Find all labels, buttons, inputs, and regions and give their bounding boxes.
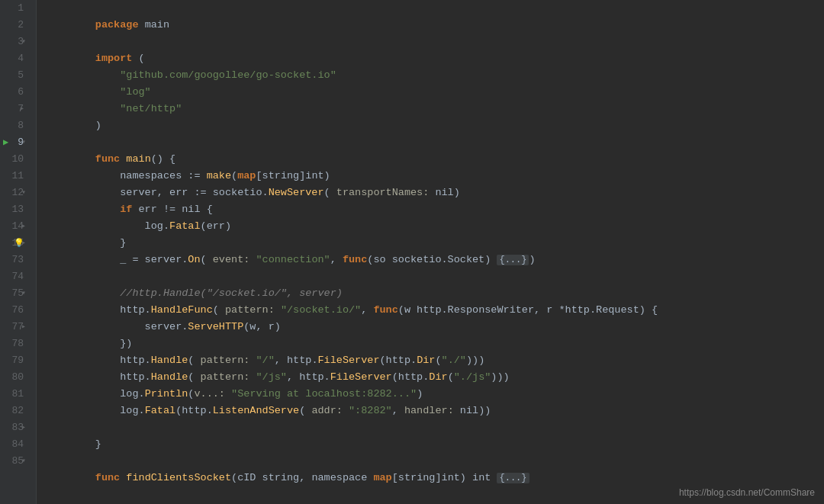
code-line-85: func findClientsSocket(cID string, names… <box>46 453 824 470</box>
line-num-85: ▾ 85 <box>0 453 30 470</box>
line-num-7: ▸ 7 <box>0 101 30 117</box>
line-num-82: 82 <box>0 403 30 419</box>
code-line-4: "github.com/googollee/go-socket.io" <box>46 50 824 67</box>
line-num-73: 73 <box>0 252 30 268</box>
line-num-74: 74 <box>0 268 30 285</box>
line-num-10: 10 <box>0 151 30 168</box>
line-num-75: ▾ 75 <box>0 285 30 302</box>
code-line-15: _ = server.On( event: "connection", func… <box>46 235 824 252</box>
code-line-74: //http.Handle("/socket.io/", server) <box>46 268 824 285</box>
line-num-15: 💡 ▸ 15 <box>0 235 30 252</box>
line-num-2: 2 <box>0 17 30 34</box>
line-num-83: ▸ 83 <box>0 419 30 436</box>
code-line-84 <box>46 436 824 453</box>
line-num-4: 4 <box>0 50 30 67</box>
code-content[interactable]: package main import ( "github.com/googol… <box>37 0 824 504</box>
line-num-6: 6 <box>0 84 30 101</box>
line-num-77: ▸ 77 <box>0 319 30 335</box>
line-num-11: 11 <box>0 168 30 185</box>
line-num-5: 5 <box>0 67 30 84</box>
code-line-1: package main <box>46 0 824 17</box>
code-line-83: } <box>46 419 824 436</box>
line-num-13: 13 <box>0 201 30 218</box>
code-area: 1 2 ▾ 3 4 5 6 ▸ <box>0 0 824 504</box>
code-line-8 <box>46 117 824 134</box>
line-num-81: 81 <box>0 386 30 403</box>
code-line-78: http.Handle( pattern: "/", http.FileServ… <box>46 335 824 352</box>
line-num-3: ▾ 3 <box>0 34 30 50</box>
line-num-1: 1 <box>0 0 30 17</box>
line-num-80: 80 <box>0 369 30 386</box>
code-line-3: import ( <box>46 34 824 50</box>
code-line-6: "net/http" <box>46 84 824 101</box>
editor: 1 2 ▾ 3 4 5 6 ▸ <box>0 0 824 504</box>
line-num-78: 78 <box>0 335 30 352</box>
line-num-79: 79 <box>0 352 30 369</box>
line-num-8: 8 <box>0 117 30 134</box>
line-num-14: ▸ 14 <box>0 218 30 235</box>
code-line-9: func main() { <box>46 134 824 151</box>
watermark: https://blog.csdn.net/CommShare <box>679 487 815 498</box>
line-numbers: 1 2 ▾ 3 4 5 6 ▸ <box>0 0 37 504</box>
line-num-9: ▶ ▾ 9 <box>0 134 30 151</box>
line-num-84: 84 <box>0 436 30 453</box>
line-num-12: ▾ 12 <box>0 185 30 201</box>
line-num-76: 76 <box>0 302 30 319</box>
